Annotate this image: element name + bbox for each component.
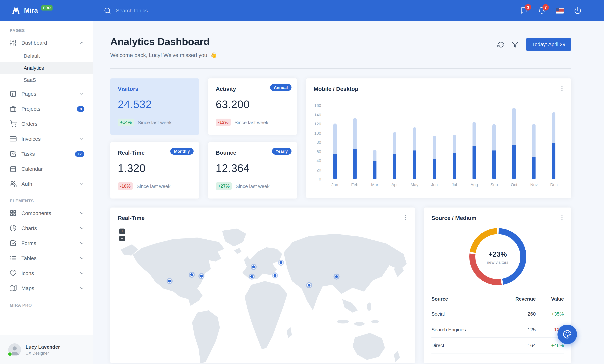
- messages-count-badge: 3: [525, 4, 531, 11]
- donut-chart: +23% new visitors: [466, 225, 529, 290]
- bar-aug: [473, 122, 476, 179]
- language-flag-button[interactable]: [556, 8, 564, 13]
- credit-card-icon: [10, 136, 16, 142]
- sidebar-user[interactable]: Lucy Lavender UX Designer: [0, 335, 93, 364]
- period-pill[interactable]: Yearly: [272, 148, 291, 155]
- period-pill[interactable]: Annual: [270, 84, 291, 91]
- sidebar-item-label: Auth: [21, 181, 74, 187]
- stat-delta-badge: +14%: [118, 119, 134, 126]
- map-marker[interactable]: [189, 272, 195, 278]
- sidebar-item-maps[interactable]: Maps: [0, 281, 93, 296]
- bar-nov: [532, 124, 536, 179]
- search-input[interactable]: [115, 7, 199, 14]
- world-map[interactable]: [110, 226, 415, 363]
- map-marker[interactable]: [272, 272, 278, 278]
- map-marker[interactable]: [334, 274, 340, 280]
- real-time-map-card: Real-Time + −: [110, 208, 415, 363]
- sidebar-item-icons[interactable]: Icons: [0, 266, 93, 281]
- sidebar-item-tasks[interactable]: Tasks17: [0, 146, 93, 161]
- map-marker[interactable]: [306, 282, 312, 288]
- sidebar-item-label: Tables: [21, 255, 74, 261]
- sidebar-item-components[interactable]: Components: [0, 206, 93, 221]
- bar-slot: [484, 105, 504, 179]
- date-range-button[interactable]: Today: April 29: [526, 38, 571, 51]
- stat-card-activity: Activity Annual 63.200 -12% Since last w…: [208, 78, 297, 135]
- stat-caption: Since last week: [138, 120, 172, 125]
- sidebar-item-pages[interactable]: Pages: [0, 86, 93, 101]
- stat-value: 24.532: [118, 98, 192, 111]
- filter-button[interactable]: [512, 41, 519, 48]
- card-menu-button[interactable]: [559, 214, 565, 221]
- bar-slot: [444, 105, 464, 179]
- map-marker[interactable]: [278, 260, 284, 266]
- card-menu-button[interactable]: [402, 214, 409, 221]
- theme-settings-fab[interactable]: [557, 325, 577, 344]
- sidebar-item-invoices[interactable]: Invoices: [0, 131, 93, 146]
- search-icon: [104, 7, 111, 14]
- sign-out-button[interactable]: [574, 7, 581, 14]
- chevron-down-icon: [79, 271, 84, 276]
- zoom-out-button[interactable]: −: [119, 236, 125, 241]
- card-menu-button[interactable]: [559, 85, 565, 92]
- bar-feb: [353, 118, 356, 179]
- palette-icon: [563, 330, 572, 339]
- sliders-icon: [10, 39, 16, 46]
- top-navbar: Mira PRO 3 7: [0, 0, 604, 21]
- sidebar-item-charts[interactable]: Charts: [0, 221, 93, 236]
- us-flag-icon: [556, 8, 564, 13]
- table-row: Direct164+46%: [431, 338, 564, 353]
- sidebar-item-label: Pages: [21, 91, 74, 97]
- sidebar-item-projects[interactable]: Projects8: [0, 101, 93, 116]
- notifications-button[interactable]: 7: [538, 7, 545, 14]
- stat-card-real-time: Real-Time Monthly 1.320 -18% Since last …: [110, 142, 199, 199]
- page-title: Analytics Dashboard: [110, 36, 217, 48]
- sidebar-item-dashboard[interactable]: Dashboard: [0, 35, 93, 50]
- y-tick-label: 20: [317, 168, 321, 172]
- sidebar-subitem-default[interactable]: Default: [0, 50, 93, 62]
- brand[interactable]: Mira PRO: [0, 6, 93, 15]
- x-tick-label: Feb: [345, 182, 365, 187]
- period-pill[interactable]: Monthly: [170, 148, 194, 155]
- bar-slot: [325, 105, 345, 179]
- map-marker[interactable]: [167, 278, 173, 284]
- donut-center-value: +23%: [489, 250, 507, 259]
- messages-button[interactable]: 3: [520, 7, 528, 14]
- map-marker[interactable]: [199, 273, 204, 279]
- sidebar-item-auth[interactable]: Auth: [0, 176, 93, 191]
- sidebar-item-tables[interactable]: Tables: [0, 251, 93, 266]
- chevron-down-icon: [79, 286, 84, 291]
- bar-dec: [552, 113, 556, 179]
- card-title: Real-Time: [118, 214, 145, 221]
- sidebar-item-orders[interactable]: Orders: [0, 116, 93, 131]
- y-tick-label: 120: [314, 122, 321, 126]
- sidebar-subitem-analytics[interactable]: Analytics: [0, 62, 93, 74]
- donut-center-label: +23% new visitors: [466, 225, 529, 290]
- sidebar-item-label: Icons: [21, 270, 74, 276]
- app-window: Mira PRO 3 7 PAGESDashboardDefaul: [0, 0, 604, 364]
- chevron-down-icon: [79, 240, 84, 246]
- notifications-count-badge: 7: [542, 4, 549, 11]
- cell-revenue: 260: [502, 306, 536, 322]
- sidebar-item-calendar[interactable]: Calendar: [0, 161, 93, 176]
- sidebar-section-header: ELEMENTS: [0, 191, 93, 206]
- map-marker[interactable]: [249, 274, 255, 280]
- shopping-cart-icon: [10, 120, 16, 127]
- page-subtitle: Welcome back, Lucy! We've missed you. 👋: [110, 52, 217, 59]
- sidebar-item-forms[interactable]: Forms: [0, 236, 93, 251]
- cell-revenue: 125: [502, 322, 536, 338]
- sidebar-subitem-saas[interactable]: SaaS: [0, 74, 93, 86]
- chevron-up-icon: [79, 40, 84, 45]
- bar-jan: [333, 124, 337, 179]
- stat-card-bounce: Bounce Yearly 12.364 +27% Since last wee…: [208, 142, 297, 199]
- zoom-in-button[interactable]: +: [119, 228, 125, 234]
- chevron-down-icon: [79, 211, 84, 216]
- map-marker[interactable]: [251, 264, 257, 270]
- bar-slot: [385, 105, 404, 179]
- stat-delta-badge: -18%: [118, 182, 133, 190]
- users-icon: [10, 180, 16, 187]
- card-title: Mobile / Desktop: [314, 85, 358, 92]
- y-tick-label: 140: [314, 113, 321, 117]
- more-vertical-icon: [559, 85, 565, 92]
- calendar-icon: [10, 165, 16, 172]
- refresh-button[interactable]: [498, 41, 504, 48]
